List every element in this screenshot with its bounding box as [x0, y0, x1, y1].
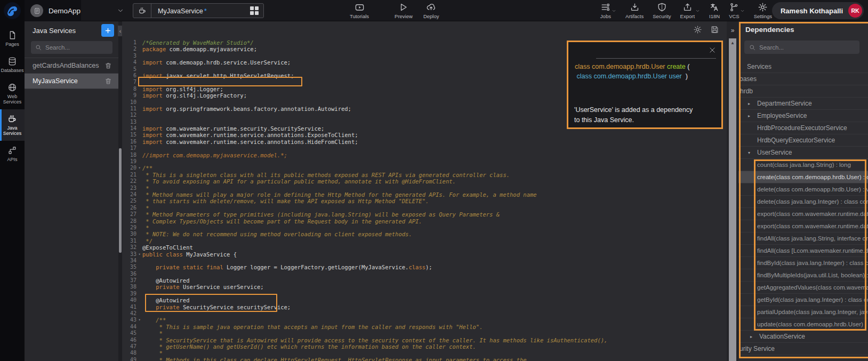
dependency-tree-row[interactable]: urity Service [738, 343, 868, 355]
fold-marker-icon[interactable]: ▾ [136, 251, 142, 258]
code-line[interactable]: 45 * [122, 330, 727, 336]
code-line[interactable]: 35 private static final Logger logger = … [122, 264, 727, 270]
save-icon[interactable] [710, 25, 719, 34]
fold-marker-icon[interactable]: ▾ [136, 165, 142, 171]
code-line[interactable]: 41 private SecurityService securityServi… [122, 304, 727, 310]
service-list-item[interactable]: MyJavaService [25, 74, 118, 89]
dependency-method-row[interactable]: findByMultipleIds(java.util.List, boolea… [738, 269, 868, 282]
chevron-down-icon[interactable] [740, 9, 745, 13]
code-line[interactable]: 20▾/** [122, 165, 727, 171]
topbar-action-security[interactable]: Security [653, 2, 671, 19]
code-line[interactable]: 29 * [122, 224, 727, 231]
dependency-tree-row[interactable]: ▸DepartmentService [738, 98, 868, 110]
open-file-tab[interactable]: MyJavaService* [133, 3, 264, 18]
topbar-action-tutorials[interactable]: Tutorials [350, 2, 369, 19]
topbar-action-export[interactable]: Export [680, 2, 695, 19]
sidebar-item-java-services[interactable]: JavaServices [0, 109, 25, 141]
code-line[interactable]: 28 * Complex Types/Objects will become p… [122, 218, 727, 224]
code-line[interactable]: 47 * getUserName() and getUserId() etc w… [122, 343, 727, 350]
tri-right-icon[interactable]: ▸ [748, 114, 750, 118]
code-line[interactable]: 18//import com.demoapp.myjavaservice.mod… [122, 152, 727, 158]
code-line[interactable]: 19 [122, 158, 727, 165]
tri-right-icon[interactable]: ▸ [750, 334, 752, 339]
chevron-down-icon[interactable] [117, 7, 124, 14]
code-line[interactable]: 36 [122, 271, 727, 277]
code-line[interactable]: 25 * that starts with delete/remove, wil… [122, 198, 727, 204]
tri-down-icon[interactable]: ▾ [748, 150, 750, 155]
editor-left-scrollbar[interactable] [118, 21, 122, 361]
topbar-action-settings[interactable]: Settings [754, 2, 772, 19]
dependency-method-row[interactable]: getById(class java.lang.Integer) : class… [738, 294, 868, 306]
dependency-method-row[interactable]: count(class java.lang.String) : long [738, 159, 868, 171]
topbar-action-vcs[interactable]: VCS [729, 2, 740, 19]
code-line[interactable]: 16import com.wavemaker.runtime.service.a… [122, 139, 727, 145]
code-line[interactable]: 23 * [122, 185, 727, 191]
dependency-tree-row[interactable]: bases [738, 73, 868, 85]
dependencies-search-input[interactable]: Search... [744, 41, 859, 54]
dependency-method-row[interactable]: export(class com.wavemaker.runtime.data [738, 220, 868, 232]
code-line[interactable]: 30 * NOTE: We do not recommend using met… [122, 231, 727, 237]
code-line[interactable]: 44 * This is sample java operation that … [122, 324, 727, 330]
code-line[interactable]: 49 * Methods in this class can declare H… [122, 357, 727, 361]
sidebar-item-web-services[interactable]: WebServices [0, 78, 25, 109]
editor-settings-gear-icon[interactable] [693, 25, 702, 34]
code-line[interactable]: 17 [122, 145, 727, 151]
sidebar-item-apis[interactable]: APIs [0, 141, 25, 167]
dependency-method-row[interactable]: delete(class com.demoapp.hrdb.User) : vo… [738, 183, 868, 196]
dependency-method-row[interactable]: partialUpdate(class java.lang.Integer, j… [738, 306, 868, 318]
dependency-method-row[interactable]: getAggregatedValues(class com.wavemak [738, 282, 868, 294]
code-line[interactable]: 24 * Method names will play a major role… [122, 191, 727, 198]
scrollbar-thumb[interactable] [119, 148, 122, 253]
code-line[interactable]: 15import com.wavemaker.runtime.service.a… [122, 132, 727, 138]
code-line[interactable]: 40 @Autowired [122, 297, 727, 303]
trash-icon[interactable] [105, 62, 112, 69]
service-search-input[interactable]: Search... [31, 41, 112, 54]
trash-icon[interactable] [105, 77, 112, 85]
fold-marker-icon[interactable]: ▾ [136, 317, 142, 323]
code-line[interactable]: 46 * SecurityService that is Autowired w… [122, 337, 727, 343]
expand-right-panel-button[interactable]: » [728, 26, 737, 35]
sidebar-item-pages[interactable]: Pages [0, 26, 25, 52]
topbar-action-deploy[interactable]: Deploy [423, 2, 439, 19]
code-line[interactable]: 42 [122, 310, 727, 317]
dependency-method-row[interactable]: findAll(class [Lcom.wavemaker.runtime.da… [738, 245, 868, 257]
code-line[interactable]: 43▾ /** [122, 317, 727, 323]
scroll-up-icon[interactable]: ▲ [729, 39, 736, 46]
dependency-method-row[interactable]: create(class com.demoapp.hrdb.User) : cl… [738, 171, 868, 183]
dependency-method-row[interactable]: update(class com.demoapp.hrdb.User) : cl [738, 318, 868, 331]
code-line[interactable]: 39 [122, 291, 727, 297]
dependency-tree-row[interactable]: ▸VacationService [738, 331, 868, 343]
code-line[interactable]: 34 [122, 258, 727, 264]
tri-right-icon[interactable]: ▸ [748, 101, 750, 106]
dependency-method-row[interactable]: findAll(class java.lang.String, interfac… [738, 232, 868, 245]
topbar-action-preview[interactable]: Preview [395, 2, 413, 19]
code-line[interactable]: 21 * This is a singleton class with all … [122, 172, 727, 178]
topbar-action-jobs[interactable]: Jobs [600, 2, 611, 19]
dependency-tree-row[interactable]: ▾UserService [738, 147, 868, 159]
dependency-method-row[interactable]: findById(class java.lang.Integer) : clas… [738, 257, 868, 269]
code-line[interactable]: 48 * [122, 350, 727, 356]
close-icon[interactable] [709, 46, 716, 54]
code-line[interactable]: 27 * Method Parameters of type primitive… [122, 211, 727, 218]
code-line[interactable]: 31 */ [122, 238, 727, 244]
dependency-tree-row[interactable]: Services [738, 61, 868, 73]
dependency-tree-row[interactable]: HrdbProcedureExecutorService [738, 122, 868, 134]
chevron-down-icon[interactable] [612, 9, 616, 13]
code-line[interactable]: 22 * To avoid exposing an API for a part… [122, 178, 727, 184]
dependency-tree-row[interactable]: HrdbQueryExecutorService [738, 134, 868, 147]
dependency-method-row[interactable]: delete(class java.lang.Integer) : class … [738, 196, 868, 208]
code-line[interactable]: 33▾public class MyJavaService { [122, 251, 727, 258]
topbar-action-i18n[interactable]: I18N [709, 2, 720, 19]
dependency-tree-row[interactable]: hrdb [738, 85, 868, 98]
sidebar-item-databases[interactable]: Databases [0, 52, 25, 78]
chevron-down-icon[interactable] [695, 9, 700, 13]
user-menu[interactable]: Ramesh Kothapalli RK [772, 2, 864, 19]
topbar-action-artifacts[interactable]: Artifacts [625, 2, 644, 19]
code-line[interactable]: 32@ExposeToClient [122, 244, 727, 251]
wavemaker-logo-icon[interactable] [4, 2, 21, 19]
grid-icon[interactable] [245, 4, 263, 18]
code-line[interactable]: 37 @Autowired [122, 277, 727, 284]
add-java-service-button[interactable] [101, 24, 114, 37]
code-line[interactable]: 26 * [122, 205, 727, 211]
dependency-tree-row[interactable]: ▸EmployeeService [738, 110, 868, 122]
